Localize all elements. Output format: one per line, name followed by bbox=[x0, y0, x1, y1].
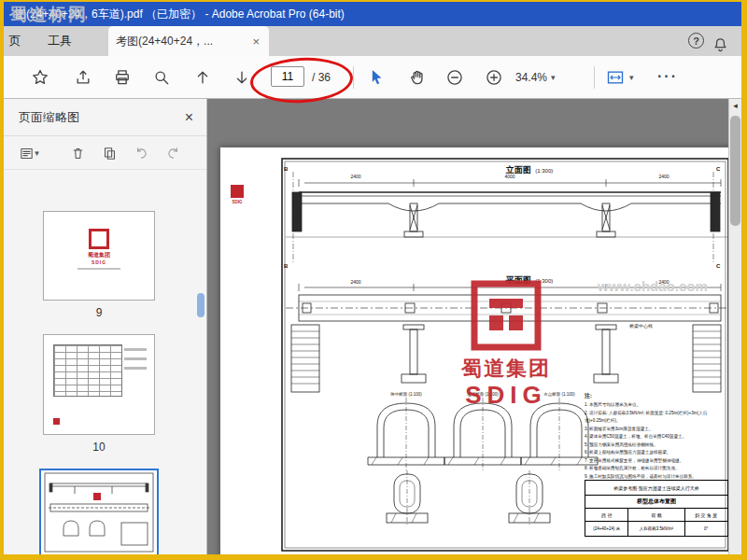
thumbnail-page-10[interactable] bbox=[43, 334, 155, 435]
vertical-scrollbar-thumb[interactable] bbox=[730, 116, 740, 226]
thumbnails-panel-header: 页面缩略图 × bbox=[4, 99, 206, 136]
document-view-area: SDIG 立面图 (1:300) 2400 4000 2400 B B C C … bbox=[207, 99, 741, 554]
rotate-cw-button[interactable] bbox=[161, 143, 185, 163]
extract-pages-button[interactable] bbox=[97, 143, 121, 163]
thumb10-text-line bbox=[124, 367, 147, 370]
zoom-in-button[interactable] bbox=[480, 63, 508, 91]
tab-close-icon[interactable]: × bbox=[250, 35, 261, 49]
toolbar: / 36 3 bbox=[4, 56, 741, 99]
table-value: 0° bbox=[684, 522, 727, 536]
section-caption-1: 跨中断面 (1:100) bbox=[369, 392, 444, 397]
notes-title: 注: bbox=[585, 392, 728, 400]
thumbnail-options-button[interactable]: ▾ bbox=[13, 143, 45, 163]
pages-icon bbox=[102, 146, 118, 161]
table-value-row: (24+40+24) 米 人群荷载3.5kN/m² 0° bbox=[585, 521, 727, 536]
rotate-ccw-button[interactable] bbox=[129, 143, 153, 163]
note-line: 1. 本图尺寸均以厘米为单位。 bbox=[585, 401, 728, 410]
elev-span-dim-2: 4000 bbox=[491, 174, 529, 179]
note-line: 3. 桥面铺装采用3cm厚沥青混凝土。 bbox=[585, 426, 728, 434]
table-title: 桥梁参考图·预应力混凝土连续梁人行天桥 bbox=[585, 481, 727, 495]
zoom-out-button[interactable] bbox=[441, 63, 469, 91]
page-display-dropdown[interactable]: ▾ bbox=[605, 56, 634, 99]
elevation-scale: (1:300) bbox=[535, 168, 553, 174]
table-value: 人群荷载3.5kN/m² bbox=[627, 522, 684, 536]
collapse-panel-icon[interactable]: ◂ bbox=[729, 99, 741, 112]
thumbnail-page-9[interactable]: 蜀道集团 SDIG bbox=[43, 211, 155, 301]
favorite-tools-button[interactable] bbox=[26, 63, 54, 91]
thumbnails-panel-title: 页面缩略图 bbox=[19, 99, 79, 136]
printer-icon bbox=[113, 68, 132, 87]
panel-close-icon[interactable]: × bbox=[185, 108, 193, 127]
note-line: 4. 梁体采用C50混凝土，桥墩、桥台采用C40混凝土。 bbox=[585, 433, 728, 441]
thumb10-text-line bbox=[124, 348, 147, 351]
toolbar-separator-2 bbox=[594, 66, 595, 89]
thumb10-text-line bbox=[124, 357, 147, 360]
acrobat-window: 图(24+40+24，6车道).pdf （已加密） - Adobe Acroba… bbox=[4, 2, 741, 554]
section-mark-c-bottom: C bbox=[716, 263, 720, 269]
sidebar-scrollbar-thumb[interactable] bbox=[197, 293, 204, 317]
minus-circle-icon bbox=[445, 68, 464, 87]
title-block-table: 桥梁参考图·预应力混凝土连续梁人行天桥 桥型总体布置图 跨 径 荷 载 斜 交 … bbox=[585, 480, 728, 537]
vertical-scrollbar[interactable]: ◂ bbox=[728, 99, 741, 554]
tab-document[interactable]: 考图(24+40+24，... × bbox=[108, 26, 269, 56]
page-number-input[interactable] bbox=[271, 66, 304, 87]
print-button[interactable] bbox=[108, 63, 136, 91]
plan-span-dim-1: 2400 bbox=[337, 279, 374, 285]
arrow-up-icon bbox=[193, 68, 212, 87]
table-header: 荷 载 bbox=[627, 509, 684, 521]
thumbnail-label-9: 9 bbox=[43, 306, 155, 319]
thumb10-table-grid bbox=[53, 344, 122, 397]
watermark-url: www.chdao.com bbox=[598, 278, 708, 294]
thumb9-logo-mark bbox=[89, 229, 109, 249]
logo-text-en: SDIG bbox=[448, 381, 564, 409]
delete-pages-button[interactable] bbox=[65, 143, 90, 163]
next-page-button[interactable] bbox=[228, 63, 256, 91]
bell-icon bbox=[712, 36, 729, 54]
hand-tool-button[interactable] bbox=[403, 63, 431, 91]
help-button[interactable]: ? bbox=[688, 33, 704, 49]
share-button[interactable] bbox=[69, 63, 97, 91]
thumb9-logo-cn: 蜀道集团 bbox=[44, 251, 154, 259]
rotate-cw-icon bbox=[165, 146, 181, 161]
tab-bar: 页 工具 考图(24+40+24，... × ? bbox=[4, 26, 741, 56]
hand-icon bbox=[408, 68, 427, 87]
section-mark-b-top: B bbox=[284, 166, 288, 172]
company-stamp: SDIG bbox=[228, 185, 247, 204]
window-title: 图(24+40+24，6车道).pdf （已加密） - Adobe Acroba… bbox=[15, 7, 345, 21]
section-mark-b-bottom: B bbox=[284, 263, 288, 269]
previous-page-button[interactable] bbox=[189, 63, 217, 91]
sdig-logo-icon bbox=[469, 278, 543, 353]
table-header-row: 跨 径 荷 载 斜 交 角 度 bbox=[585, 508, 727, 521]
watermark-logo: 蜀道集团 SDIG bbox=[448, 278, 564, 409]
table-subtitle: 桥型总体布置图 bbox=[585, 495, 727, 508]
more-tools-button[interactable]: ··· bbox=[657, 56, 678, 99]
chevron-down-icon: ▾ bbox=[629, 73, 634, 82]
arrow-down-icon bbox=[233, 68, 251, 87]
thumb9-text-line bbox=[78, 268, 120, 270]
drawing-notes: 注: 1. 本图尺寸均以厘米为单位。 2. 设计荷载: 人群荷载3.5kN/m²… bbox=[585, 392, 728, 481]
stamp-logo-mark bbox=[231, 185, 244, 198]
zoom-level-dropdown[interactable]: 34.4% ▾ bbox=[515, 56, 556, 99]
screenshot-root: 图(24+40+24，6车道).pdf （已加密） - Adobe Acroba… bbox=[0, 0, 747, 560]
search-button[interactable] bbox=[148, 63, 176, 91]
thumbnail-label-10: 10 bbox=[43, 441, 155, 454]
select-tool-button[interactable] bbox=[362, 63, 390, 91]
elev-span-dim-3: 2400 bbox=[645, 174, 683, 179]
plus-circle-icon bbox=[485, 68, 503, 87]
options-list-icon bbox=[19, 146, 35, 161]
thumbnail-page-11-selected[interactable] bbox=[39, 469, 159, 554]
note-line: 7. 支座采用板式橡胶支座，伸缩缝采用型钢伸缩缝。 bbox=[585, 457, 728, 466]
notifications-button[interactable] bbox=[706, 31, 734, 59]
centerline-label: 桥梁中心线 bbox=[629, 323, 653, 329]
fit-width-icon bbox=[605, 68, 626, 87]
chevron-down-icon: ▾ bbox=[35, 148, 39, 158]
star-icon bbox=[31, 68, 49, 87]
tab-tools[interactable]: 工具 bbox=[32, 26, 88, 56]
section-mark-c-top: C bbox=[716, 166, 720, 172]
thumbnails-toolbar: ▾ bbox=[4, 136, 206, 170]
zoom-level-value: 34.4% bbox=[515, 71, 547, 84]
page-total-label: / 36 bbox=[312, 56, 331, 99]
thumb10-logo-mark bbox=[53, 418, 60, 425]
table-header: 斜 交 角 度 bbox=[684, 509, 727, 521]
tab-home-partial[interactable]: 页 bbox=[4, 26, 26, 56]
